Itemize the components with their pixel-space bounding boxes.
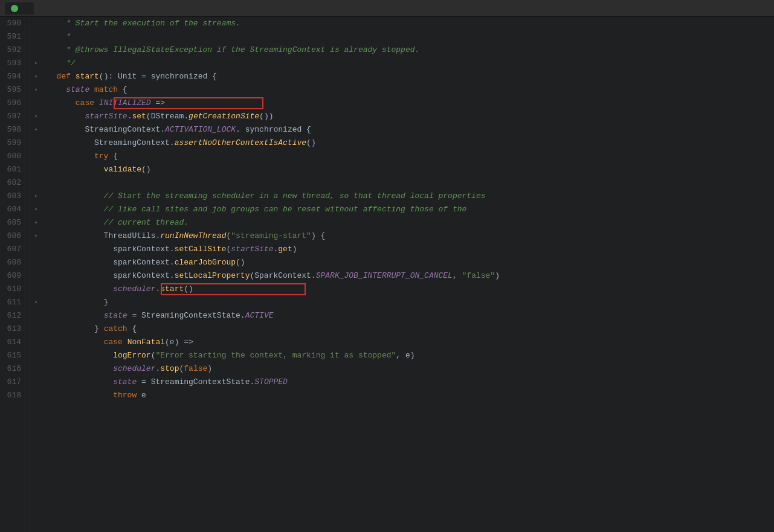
- line-number: 592: [5, 43, 25, 57]
- line-number: 603: [5, 190, 25, 203]
- code-text: StreamingContext.ACTIVATION_LOCK. synchr…: [47, 123, 311, 136]
- code-line: */: [47, 57, 774, 70]
- fold-gutter: [30, 389, 42, 402]
- fold-gutter[interactable]: ▸: [30, 216, 42, 229]
- code-line: def start(): Unit = synchronized {: [47, 70, 774, 83]
- fold-gutter: [30, 269, 42, 283]
- fold-gutter: [30, 243, 42, 256]
- fold-gutter: [30, 136, 42, 150]
- code-text: sparkContext.setLocalProperty(SparkConte…: [47, 269, 500, 283]
- code-area: 5905915925935945955965975985996006016026…: [0, 17, 774, 532]
- code-text: // current thread.: [47, 216, 189, 229]
- line-number: 608: [5, 256, 25, 269]
- code-text: // Start the streaming scheduler in a ne…: [47, 190, 486, 203]
- code-text: validate(): [47, 163, 151, 176]
- code-line: sparkContext.setLocalProperty(SparkConte…: [47, 269, 774, 283]
- line-number: 593: [5, 57, 25, 70]
- line-number: 601: [5, 163, 25, 176]
- code-text: logError("Error starting the context, ma…: [47, 349, 415, 362]
- line-number: 604: [5, 203, 25, 216]
- line-number: 616: [5, 362, 25, 376]
- line-number: 596: [5, 97, 25, 110]
- code-text: state match {: [47, 83, 127, 97]
- code-text: def start(): Unit = synchronized {: [47, 70, 217, 83]
- code-line: startSite.set(DStream.getCreationSite()): [47, 110, 774, 123]
- fold-gutter: [30, 376, 42, 389]
- fold-gutter: [30, 17, 42, 30]
- fold-gutter[interactable]: ▸: [30, 203, 42, 216]
- code-text: case NonFatal(e) =>: [47, 336, 193, 349]
- fold-gutter[interactable]: ▸: [30, 123, 42, 136]
- code-text: state = StreamingContextState.ACTIVE: [47, 309, 274, 322]
- code-line: } catch {: [47, 322, 774, 336]
- line-number: 614: [5, 336, 25, 349]
- fold-gutter[interactable]: ▸: [30, 70, 42, 83]
- fold-gutter: [30, 97, 42, 110]
- code-text: * Start the execution of the streams.: [47, 17, 240, 30]
- code-line: throw e: [47, 389, 774, 402]
- line-number: 607: [5, 243, 25, 256]
- line-number: 595: [5, 83, 25, 97]
- code-text: state = StreamingContextState.STOPPED: [47, 376, 288, 389]
- code-line: scheduler.start(): [47, 283, 774, 296]
- code-line: state = StreamingContextState.ACTIVE: [47, 309, 774, 322]
- code-text: *: [47, 30, 71, 43]
- code-text: ThreadUtils.runInNewThread("streaming-st…: [47, 229, 325, 243]
- line-number: 599: [5, 136, 25, 150]
- fold-gutter: [30, 283, 42, 296]
- fold-gutter[interactable]: ▸: [30, 229, 42, 243]
- code-text: sparkContext.setCallSite(startSite.get): [47, 243, 297, 256]
- code-text: startSite.set(DStream.getCreationSite()): [47, 110, 274, 123]
- fold-gutter: [30, 176, 42, 190]
- line-number: 597: [5, 110, 25, 123]
- fold-gutter-area: ▸▸▸▸▸▸▸▸▸▸: [30, 17, 42, 532]
- fold-gutter: [30, 150, 42, 163]
- fold-gutter[interactable]: ▸: [30, 57, 42, 70]
- code-line: try {: [47, 150, 774, 163]
- fold-gutter: [30, 163, 42, 176]
- code-line: case INITIALIZED =>: [47, 97, 774, 110]
- code-line: // like call sites and job groups can be…: [47, 203, 774, 216]
- fold-gutter: [30, 336, 42, 349]
- fold-gutter: [30, 349, 42, 362]
- line-number: 617: [5, 376, 25, 389]
- code-line: sparkContext.clearJobGroup(): [47, 256, 774, 269]
- file-tab[interactable]: [5, 2, 34, 14]
- code-line: *: [47, 30, 774, 43]
- code-text: } catch {: [47, 322, 137, 336]
- code-text: }: [47, 296, 108, 309]
- code-line: validate(): [47, 163, 774, 176]
- code-line: scheduler.stop(false): [47, 362, 774, 376]
- line-number: 618: [5, 389, 25, 402]
- fold-gutter[interactable]: ▸: [30, 83, 42, 97]
- fold-gutter: [30, 256, 42, 269]
- line-number: 612: [5, 309, 25, 322]
- code-line: * @throws IllegalStateException if the S…: [47, 43, 774, 57]
- code-text: StreamingContext.assertNoOtherContextIsA…: [47, 136, 316, 150]
- fold-gutter[interactable]: ▸: [30, 190, 42, 203]
- line-number: 613: [5, 322, 25, 336]
- code-line: sparkContext.setCallSite(startSite.get): [47, 243, 774, 256]
- fold-gutter: [30, 322, 42, 336]
- fold-gutter[interactable]: ▸: [30, 110, 42, 123]
- code-text: * @throws IllegalStateException if the S…: [47, 43, 419, 57]
- code-line: [47, 176, 774, 190]
- code-line: // Start the streaming scheduler in a ne…: [47, 190, 774, 203]
- line-number: 615: [5, 349, 25, 362]
- code-line: ThreadUtils.runInNewThread("streaming-st…: [47, 229, 774, 243]
- line-number: 605: [5, 216, 25, 229]
- code-text: throw e: [47, 389, 146, 402]
- line-number: 609: [5, 269, 25, 283]
- fold-gutter[interactable]: ▸: [30, 296, 42, 309]
- fold-gutter: [30, 309, 42, 322]
- code-line: // current thread.: [47, 216, 774, 229]
- code-line: state match {: [47, 83, 774, 97]
- title-bar: [0, 0, 774, 17]
- code-line: state = StreamingContextState.STOPPED: [47, 376, 774, 389]
- code-content[interactable]: * Start the execution of the streams. * …: [42, 17, 774, 532]
- line-number: 591: [5, 30, 25, 43]
- line-number: 600: [5, 150, 25, 163]
- code-line: * Start the execution of the streams.: [47, 17, 774, 30]
- code-text: scheduler.stop(false): [47, 362, 212, 376]
- line-number: 610: [5, 283, 25, 296]
